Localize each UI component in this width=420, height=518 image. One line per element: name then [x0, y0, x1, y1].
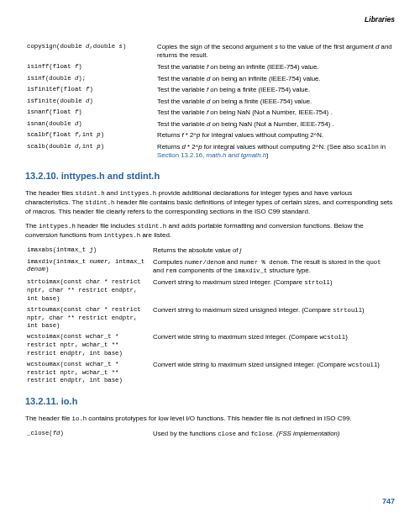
- function-description: Convert wide string to maximum sized int…: [151, 332, 395, 360]
- section-title-io: 13.2.11. io.h: [25, 395, 395, 408]
- function-description: Convert string to maximum sized unsigned…: [151, 304, 395, 332]
- io-functions-table: _close(fd)Used by the functions close an…: [25, 429, 395, 441]
- function-description: Returns f * 2^p for integral values with…: [155, 130, 395, 142]
- function-description: Test the variable d on being a finite (I…: [155, 96, 395, 108]
- function-description: Copies the sign of the second argument s…: [155, 41, 395, 61]
- function-description: Test the variable f on being an infinite…: [155, 62, 395, 74]
- function-description: Test the variable d on being NaN (Not a …: [155, 119, 395, 130]
- function-description: Computes numer/denom and numer % denom. …: [151, 256, 395, 278]
- function-signature: isnan(double d): [25, 119, 155, 130]
- function-signature: scalbf(float f,int p): [25, 130, 155, 142]
- page-number: 747: [382, 496, 395, 506]
- function-signature: isfinite(double d): [25, 96, 155, 108]
- function-description: Convert wide string to maximum sized uns…: [151, 359, 395, 387]
- function-signature: imaxdiv(intmax_t numer, intmax_t denom): [25, 256, 151, 278]
- section-title-inttypes: 13.2.10. inttypes.h and stdint.h: [25, 170, 395, 182]
- function-description: Test the variable d on being an infinite…: [155, 73, 395, 85]
- paragraph: The inttypes.h header file includes stdi…: [25, 222, 395, 240]
- function-signature: isnanf(float f): [25, 108, 155, 119]
- inttypes-functions-table: imaxabs(intmax_t j)Returns the absolute …: [25, 245, 395, 386]
- function-description: Returns d * 2^p for integral values with…: [155, 141, 395, 161]
- function-signature: scalb(double d,int p): [25, 141, 155, 161]
- function-description: Test the variable f on being NaN (Not a …: [155, 108, 395, 119]
- function-signature: strtoimax(const char * restrict nptr, ch…: [25, 278, 151, 305]
- function-description: Test the variable f on being a finite (I…: [155, 85, 395, 97]
- function-signature: isfinitef(float f): [25, 85, 155, 97]
- function-description: Convert string to maximum sized integer.…: [151, 278, 395, 305]
- function-signature: wcstoumax(const wchar_t * restrict nptr,…: [25, 359, 151, 387]
- function-signature: strtoumax(const char * restrict nptr, ch…: [25, 304, 151, 332]
- function-signature: copysign(double d,double s): [25, 41, 155, 61]
- function-signature: isinf(double d);: [25, 73, 155, 85]
- page-header: Libraries: [25, 15, 395, 24]
- function-signature: imaxabs(intmax_t j): [25, 245, 151, 256]
- math-functions-table: copysign(double d,double s)Copies the si…: [25, 41, 395, 161]
- function-signature: wcstoimax(const wchar_t * restrict nptr,…: [25, 332, 151, 360]
- paragraph: The header files stdint.h and inttypes.h…: [25, 189, 395, 216]
- function-signature: _close(fd): [25, 429, 151, 441]
- function-signature: isinff(float f): [25, 62, 155, 74]
- function-description: Used by the functions close and fclose. …: [151, 429, 395, 441]
- paragraph: The header file io.h contains prototypes…: [25, 415, 395, 424]
- function-description: Returns the absolute value of j: [151, 245, 395, 256]
